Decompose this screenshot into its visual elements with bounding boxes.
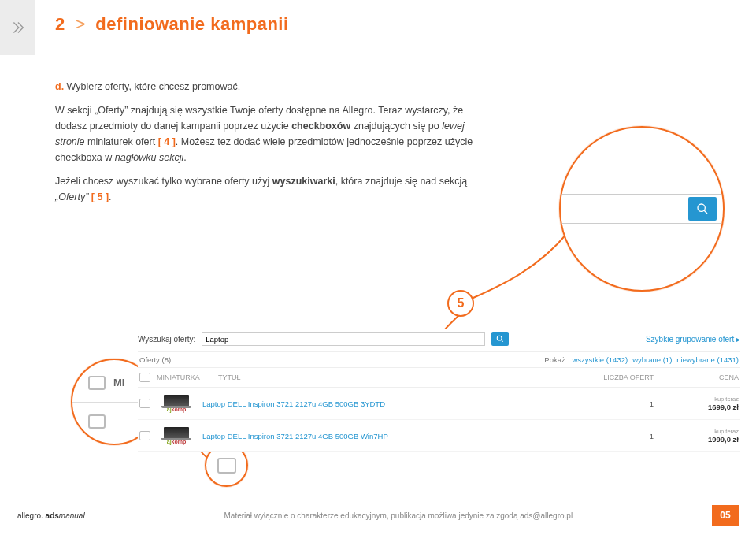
page-title: 2 > definiowanie kampanii xyxy=(55,14,289,35)
page-number: 05 xyxy=(712,505,739,526)
search-button[interactable] xyxy=(491,332,509,346)
filter-group: Pokaż: wszystkie (1432) wybrane (1) niew… xyxy=(544,355,739,364)
col-price: CENA xyxy=(660,373,739,381)
offer-title[interactable]: Laptop DELL Inspiron 3721 2127u 4GB 500G… xyxy=(202,399,592,408)
col-count: LICZBA OFERT xyxy=(598,373,654,381)
offers-count: Oferty (8) xyxy=(139,355,171,364)
zoom-mi-label: MI xyxy=(113,377,124,388)
search-icon xyxy=(496,335,504,343)
offer-count: 1 xyxy=(598,399,654,408)
step-d: d. Wybierz oferty, które chcesz promować… xyxy=(55,79,488,95)
table-row: ajkomp Laptop DELL Inspiron 3721 2127u 4… xyxy=(138,388,740,420)
select-all-checkbox[interactable] xyxy=(139,373,150,382)
screenshot: Wyszukaj oferty: Szybkie grupowanie ofer… xyxy=(138,329,740,452)
filter-unselected[interactable]: niewybrane (1431) xyxy=(676,355,739,364)
offer-price: kup teraz 1699,0 zł xyxy=(660,396,739,411)
filter-selected[interactable]: wybrane (1) xyxy=(632,355,672,364)
body-text: d. Wybierz oferty, które chcesz promować… xyxy=(55,79,488,213)
step-d-text: Wybierz oferty, które chcesz promować. xyxy=(67,81,241,92)
chapter-sep: > xyxy=(75,14,85,34)
row-checkbox[interactable] xyxy=(139,431,150,440)
offer-title[interactable]: Laptop DELL Inspiron 3721 2127u 4GB 500G… xyxy=(202,432,592,440)
chevrons-right-icon xyxy=(9,19,26,36)
chapter-title: definiowanie kampanii xyxy=(95,14,288,34)
footer-brand: allegro. adsmanual xyxy=(17,511,85,520)
side-tab xyxy=(0,0,35,55)
search-icon xyxy=(696,202,709,215)
thumbnail: ajkomp xyxy=(157,392,196,414)
zoom-search-inner xyxy=(561,194,723,224)
search-button-zoom[interactable] xyxy=(688,197,717,221)
col-title: TYTUŁ xyxy=(218,373,592,381)
ref-5: [ 5 ] xyxy=(91,191,109,202)
filter-all[interactable]: wszystkie (1432) xyxy=(572,355,628,364)
row-checkbox[interactable] xyxy=(139,399,150,408)
step-d-label: d. xyxy=(55,81,64,92)
paragraph-1: W sekcji „Oferty” znajdują się wszystkie… xyxy=(55,102,488,165)
search-label: Wyszukaj oferty: xyxy=(138,335,195,344)
laptop-icon xyxy=(164,395,189,406)
footer-disclaimer: Materiał wyłącznie o charakterze edukacy… xyxy=(85,511,712,520)
search-input[interactable] xyxy=(202,332,485,346)
header-checkbox-zoom[interactable] xyxy=(88,376,106,390)
row-checkbox-zoom[interactable] xyxy=(88,414,106,429)
show-label: Pokaż: xyxy=(544,355,567,364)
footer: allegro. adsmanual Materiał wyłącznie o … xyxy=(17,505,739,526)
table-header: MINIATURKA TYTUŁ LICZBA OFERT CENA xyxy=(138,368,740,388)
fast-group-link[interactable]: Szybkie grupowanie ofert xyxy=(646,335,740,344)
badge-5: 5 xyxy=(447,290,474,317)
svg-point-1 xyxy=(498,336,502,340)
row-checkbox-2-zoom[interactable] xyxy=(217,458,236,474)
laptop-icon xyxy=(164,427,189,438)
paragraph-2: Jeżeli chcesz wyszukać tylko wybrane ofe… xyxy=(55,173,488,205)
offer-count: 1 xyxy=(598,432,654,440)
table-row: ajkomp Laptop DELL Inspiron 3721 2127u 4… xyxy=(138,420,740,452)
svg-point-0 xyxy=(698,204,705,211)
zoom-search xyxy=(559,126,724,292)
chapter-number: 2 xyxy=(55,14,65,34)
col-miniature: MINIATURKA xyxy=(157,373,212,381)
count-row: Oferty (8) Pokaż: wszystkie (1432) wybra… xyxy=(138,352,740,368)
search-row: Wyszukaj oferty: Szybkie grupowanie ofer… xyxy=(138,329,740,352)
thumbnail: ajkomp xyxy=(157,425,196,447)
ref-4: [ 4 ] xyxy=(158,136,176,147)
offer-price: kup teraz 1999,0 zł xyxy=(660,428,739,444)
